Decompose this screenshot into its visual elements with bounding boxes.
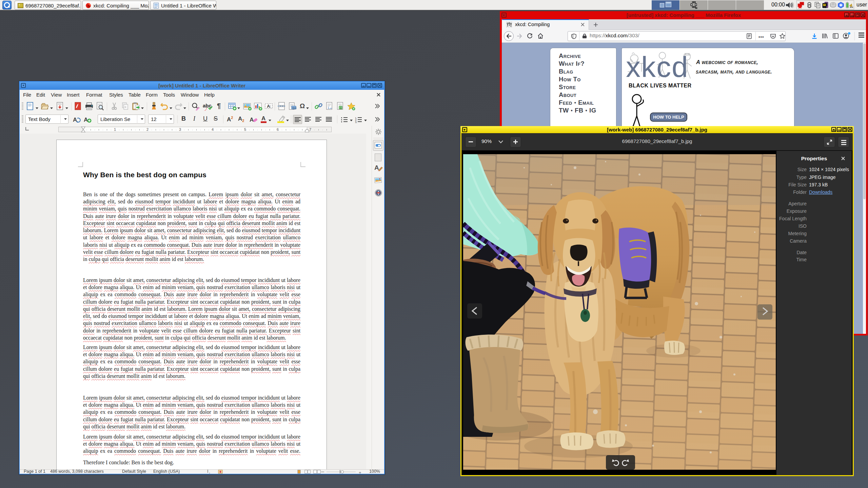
svg-text:A: A (84, 117, 88, 123)
svg-text:1.: 1. (328, 106, 330, 109)
svg-text:f(x): f(x) (293, 106, 297, 109)
svg-text:1: 1 (340, 106, 342, 109)
svg-text:A: A (267, 104, 270, 109)
svg-text:A: A (73, 117, 77, 123)
svg-text:A: A (250, 117, 254, 123)
